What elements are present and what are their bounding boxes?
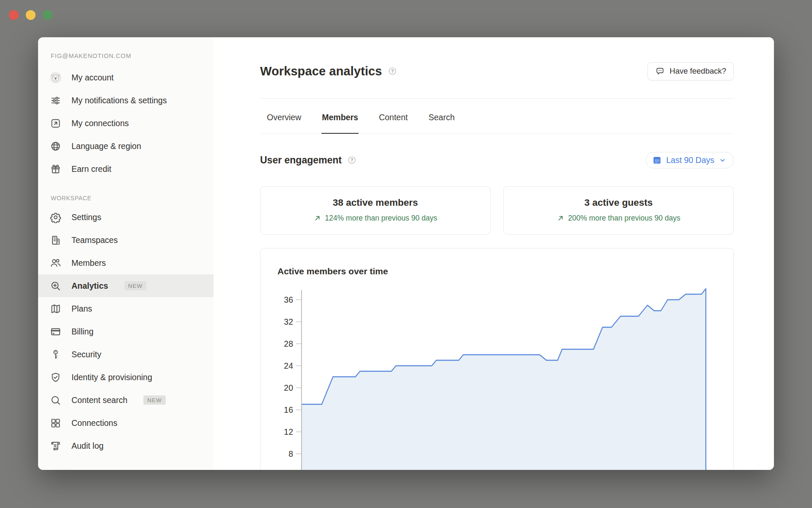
sidebar-item-label: My notifications & settings [71,91,167,110]
sidebar-item-security[interactable]: Security [38,343,214,366]
help-icon[interactable]: ? [347,155,357,165]
date-range-dropdown[interactable]: Last 90 Days [646,152,734,168]
map-icon [50,303,61,315]
calendar-icon [653,156,661,165]
people-icon [50,257,61,269]
chart-area-fill [302,289,706,470]
sidebar-item-label: Connections [71,413,117,433]
sidebar-item-label: Teamspaces [71,230,118,250]
sidebar-item-analytics[interactable]: AnalyticsNEW [38,274,214,297]
svg-text:?: ? [391,69,394,74]
sidebar-item-label: Members [71,253,106,273]
sidebar-item-content-search[interactable]: Content searchNEW [38,389,214,411]
sidebar-item-label: Analytics [71,276,108,295]
scroll-icon [50,440,61,452]
sidebar-item-label: Content search [71,390,127,410]
sidebar-item-my-account[interactable]: My account [38,66,214,89]
y-axis-tick-label: 36 [284,295,293,304]
sidebar-item-my-connections[interactable]: My connections [38,112,214,135]
search-icon [50,395,61,406]
account-email: FIG@MAKENOTION.COM [51,52,214,59]
sidebar-item-my-notifications-settings[interactable]: My notifications & settings [38,89,214,112]
building-icon [50,235,61,246]
sidebar-item-earn-credit[interactable]: Earn credit [38,157,214,180]
settings-window: FIG@MAKENOTION.COM My accountMy notifica… [38,37,774,470]
analytics-main-panel: Workspace analytics ? Have feedback? Ove… [214,37,774,470]
globe-icon [50,141,61,152]
shield-check-icon [50,372,61,383]
tab-members[interactable]: Members [321,99,359,134]
y-axis-tick-label: 12 [284,427,293,436]
sidebar-item-language-region[interactable]: Language & region [38,135,214,157]
workspace-section: SettingsTeamspacesMembersAnalyticsNEWPla… [38,206,214,457]
sidebar-item-label: Earn credit [71,159,111,179]
arrow-up-right-square-icon [50,118,61,129]
help-icon[interactable]: ? [388,66,397,76]
minimize-window-button[interactable] [26,10,36,20]
account-section: My accountMy notifications & settingsMy … [38,66,214,180]
sidebar-item-connections[interactable]: Connections [38,411,214,434]
active-members-chart-card: 812162024283236 Active members over time [260,248,734,470]
svg-text:?: ? [351,157,353,163]
page-title: Workspace analytics [260,64,382,78]
sidebar-item-label: My connections [71,113,129,133]
sidebar-item-label: Plans [71,299,92,318]
sidebar-item-label: Billing [71,322,93,341]
stat-card-title: 38 active members [265,197,486,208]
sidebar-item-settings[interactable]: Settings [38,206,214,229]
sidebar-item-label: Identity & provisioning [71,367,152,387]
new-badge: NEW [124,281,147,290]
sliders-icon [50,95,61,106]
arrow-up-right-icon [313,214,321,222]
have-feedback-button[interactable]: Have feedback? [647,62,734,80]
close-window-button[interactable] [9,10,19,20]
sidebar-item-audit-log[interactable]: Audit log [38,434,214,457]
sidebar-item-identity-provisioning[interactable]: Identity & provisioning [38,366,214,389]
y-axis-tick-label: 20 [284,383,293,392]
stat-card-delta: 124% more than previous 90 days [313,214,437,223]
y-axis-tick-label: 24 [284,361,293,370]
stat-card-38-active-members: 38 active members124% more than previous… [260,186,491,235]
delta-text: 200% more than previous 90 days [568,214,680,223]
y-axis-tick-label: 28 [284,339,293,348]
sidebar-item-billing[interactable]: Billing [38,320,214,343]
delta-text: 124% more than previous 90 days [325,214,437,223]
sidebar-item-label: Language & region [71,136,141,156]
stat-card-3-active-guests: 3 active guests200% more than previous 9… [503,186,734,235]
settings-sidebar: FIG@MAKENOTION.COM My accountMy notifica… [38,37,214,470]
workspace-section-label: WORKSPACE [51,195,214,202]
stat-cards-row: 38 active members124% more than previous… [260,186,734,235]
avatar [50,72,61,83]
key-icon [50,349,61,360]
sidebar-item-label: Settings [71,207,101,227]
chevron-down-icon [719,157,726,164]
chat-bubble-icon [655,66,665,76]
arrow-up-right-icon [557,214,565,222]
y-axis-tick-label: 32 [284,317,293,326]
window-controls [9,10,52,20]
sidebar-item-members[interactable]: Members [38,251,214,274]
zoom-window-button[interactable] [43,10,52,20]
y-axis-tick-label: 8 [288,449,293,458]
stat-card-delta: 200% more than previous 90 days [557,214,680,223]
sidebar-item-label: Security [71,345,101,364]
magnifier-plus-icon [50,280,61,292]
sidebar-item-label: Audit log [71,436,104,456]
sidebar-item-teamspaces[interactable]: Teamspaces [38,229,214,251]
user-engagement-heading: User engagement [260,155,342,166]
active-members-chart: 812162024283236 [261,248,734,470]
analytics-tabs: OverviewMembersContentSearch [260,99,734,134]
new-badge: NEW [143,395,166,405]
sidebar-item-plans[interactable]: Plans [38,297,214,320]
gear-icon [50,212,61,223]
grid-icon [50,417,61,429]
tab-search[interactable]: Search [428,99,455,134]
tab-content[interactable]: Content [379,99,408,134]
tab-overview[interactable]: Overview [266,99,302,134]
sidebar-item-label: My account [71,68,114,87]
credit-card-icon [50,326,61,337]
stat-card-title: 3 active guests [508,197,729,208]
y-axis-tick-label: 16 [284,405,293,414]
chart-title: Active members over time [277,266,388,276]
gift-icon [50,163,61,175]
